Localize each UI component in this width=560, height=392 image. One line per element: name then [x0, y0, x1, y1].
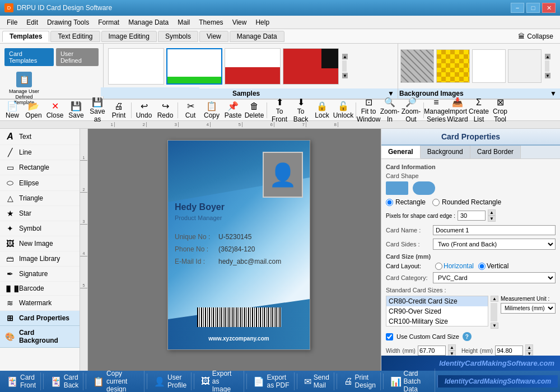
- crop-tool-button[interactable]: ⊠Crop Tool: [490, 96, 510, 124]
- undo-button[interactable]: ↩Undo: [134, 100, 154, 120]
- copy-design-button[interactable]: 📋 Copy current design: [88, 368, 144, 392]
- card-back-button[interactable]: 🃏 Card Back: [46, 372, 84, 390]
- bg-thumb-3[interactable]: [472, 49, 506, 83]
- tab-templates[interactable]: Templates: [2, 31, 49, 42]
- card-category-select[interactable]: PVC_Card: [433, 272, 556, 283]
- close-file-button[interactable]: ✕Close: [45, 100, 65, 120]
- menu-manage-data[interactable]: Manage Data: [124, 17, 173, 27]
- canvas-area[interactable]: 1 2 3 4 5 👤 Hedy Boyer Product Manager: [80, 129, 381, 371]
- size-cr90[interactable]: CR90-Over Sized: [386, 306, 488, 316]
- menu-view[interactable]: View: [228, 17, 251, 27]
- horizontal-radio-label[interactable]: Horizontal: [435, 262, 474, 270]
- card-sides-select[interactable]: Two (Front and Back) One (Front Only): [433, 239, 556, 250]
- print-button[interactable]: 🖨Print: [109, 100, 129, 120]
- vertical-radio[interactable]: [478, 263, 486, 270]
- bg-scroll-down[interactable]: ▼: [545, 73, 550, 78]
- rounded-radio-label[interactable]: Rounded Rectangle: [432, 198, 501, 206]
- measurement-select[interactable]: Milimeters (mm) Inches (in) Pixels (px): [501, 303, 556, 314]
- user-defined-button[interactable]: User Defined: [56, 48, 99, 66]
- samples-scroll-up[interactable]: ▲: [342, 54, 348, 59]
- menu-themes[interactable]: Themes: [194, 17, 227, 27]
- manage-series-button[interactable]: ≡Manage Series: [426, 96, 446, 124]
- import-wizard-button[interactable]: 📥Import Wizard: [447, 96, 468, 124]
- card-front-button[interactable]: 🃏 Card Front: [2, 372, 41, 390]
- bg-thumb-1[interactable]: [400, 49, 434, 83]
- tab-symbols[interactable]: Symbols: [158, 31, 198, 42]
- bg-thumb-2[interactable]: [436, 49, 470, 83]
- size-scroll-up[interactable]: ▲: [491, 296, 498, 302]
- height-input[interactable]: [495, 346, 523, 356]
- create-list-button[interactable]: ΣCreate List: [469, 96, 489, 124]
- sample-thumb-3[interactable]: [225, 48, 281, 85]
- maximize-button[interactable]: □: [526, 3, 540, 13]
- close-button[interactable]: ✕: [542, 3, 556, 13]
- menu-edit[interactable]: Edit: [22, 17, 43, 27]
- rectangle-radio-label[interactable]: Rectangle: [386, 198, 426, 206]
- size-cr100[interactable]: CR100-Military Size: [386, 316, 488, 326]
- new-button[interactable]: 📄New: [2, 100, 22, 120]
- sidebar-item-triangle[interactable]: △ Triangle: [0, 191, 80, 206]
- pixels-up[interactable]: ▲: [488, 209, 496, 216]
- tab-image-editing[interactable]: Image Editing: [101, 31, 157, 42]
- bg-scroll-up[interactable]: ▲: [545, 54, 550, 59]
- delete-button[interactable]: 🗑Delete: [244, 100, 264, 120]
- save-button[interactable]: 💾Save: [66, 100, 86, 120]
- panel-tab-background[interactable]: Background: [421, 146, 470, 158]
- save-as-button[interactable]: 💾Save as: [87, 96, 108, 124]
- export-pdf-button[interactable]: 📄 Export as PDF: [249, 372, 295, 390]
- sidebar-item-line[interactable]: ╱ Line: [0, 145, 80, 160]
- card-photo[interactable]: 👤: [263, 152, 303, 198]
- sidebar-item-symbol[interactable]: ✦ Symbol: [0, 221, 80, 236]
- sidebar-item-card-properties[interactable]: ⊞ Card Properties: [0, 311, 80, 326]
- height-up[interactable]: ▲: [525, 344, 533, 351]
- send-mail-button[interactable]: ✉ Send Mail: [300, 372, 334, 390]
- user-profile-button[interactable]: 👤 User Profile: [150, 372, 192, 390]
- minimize-button[interactable]: −: [511, 3, 524, 13]
- tab-text-editing[interactable]: Text Editing: [50, 31, 100, 42]
- export-image-button[interactable]: 🖼 Export as Image: [197, 368, 244, 392]
- horizontal-radio[interactable]: [435, 263, 442, 270]
- card-design[interactable]: 👤 Hedy Boyer Product Manager Unique No :…: [167, 140, 310, 350]
- pixels-input[interactable]: [458, 211, 486, 221]
- sidebar-item-card-background[interactable]: 🎨 Card Background: [0, 326, 80, 348]
- samples-scroll-down[interactable]: ▼: [342, 73, 348, 78]
- redo-button[interactable]: ↪Redo: [155, 100, 175, 120]
- collapse-button[interactable]: 🏛 Collapse: [514, 31, 558, 41]
- sample-thumb-1[interactable]: [108, 48, 164, 85]
- sample-thumb-2[interactable]: [166, 48, 222, 85]
- fit-to-window-button[interactable]: ⊡Fit to Window: [358, 96, 379, 124]
- panel-tab-general[interactable]: General: [381, 146, 421, 158]
- card-size-list[interactable]: CR80-Credit Card Size CR90-Over Sized CR…: [386, 296, 488, 326]
- width-input[interactable]: [418, 346, 446, 356]
- cut-button[interactable]: ✂Cut: [180, 100, 200, 120]
- bg-thumb-4[interactable]: [508, 49, 542, 83]
- to-front-button[interactable]: ⬆To Front: [269, 96, 290, 124]
- help-icon[interactable]: ?: [463, 332, 472, 341]
- open-button[interactable]: 📂Open: [24, 100, 44, 120]
- card-templates-button[interactable]: Card Templates: [4, 48, 54, 66]
- sidebar-item-watermark[interactable]: ≋ Watermark: [0, 296, 80, 311]
- print-design-button[interactable]: 🖨 Print Design: [339, 372, 381, 390]
- rounded-radio[interactable]: [432, 199, 440, 206]
- card-batch-button[interactable]: 📊 Card Batch Data: [386, 368, 436, 392]
- menu-drawing-tools[interactable]: Drawing Tools: [43, 17, 94, 27]
- pixels-down[interactable]: ▼: [488, 216, 496, 222]
- height-down[interactable]: ▼: [525, 351, 533, 356]
- sidebar-item-barcode[interactable]: ▐▌▐▌ Barcode: [0, 282, 80, 296]
- bg-images-dropdown[interactable]: ▼: [550, 90, 557, 97]
- custom-size-checkbox[interactable]: [386, 333, 393, 340]
- menu-help[interactable]: Help: [251, 17, 274, 27]
- sample-thumb-4[interactable]: [283, 48, 339, 85]
- zoom-out-button[interactable]: 🔎Zoom-Out: [401, 96, 421, 124]
- menu-format[interactable]: Format: [94, 17, 124, 27]
- rectangle-radio[interactable]: [386, 199, 393, 206]
- lock-button[interactable]: 🔒Lock: [312, 100, 332, 120]
- sidebar-item-ellipse[interactable]: ⬭ Ellipse: [0, 175, 80, 191]
- tab-manage-data[interactable]: Manage Data: [230, 31, 284, 42]
- copy-button[interactable]: 📋Copy: [202, 100, 222, 120]
- tab-view[interactable]: View: [199, 31, 228, 42]
- sidebar-item-rectangle[interactable]: ▭ Rectangle: [0, 160, 80, 175]
- menu-file[interactable]: File: [2, 17, 22, 27]
- size-scroll-down[interactable]: ▼: [491, 323, 498, 329]
- menu-mail[interactable]: Mail: [173, 17, 194, 27]
